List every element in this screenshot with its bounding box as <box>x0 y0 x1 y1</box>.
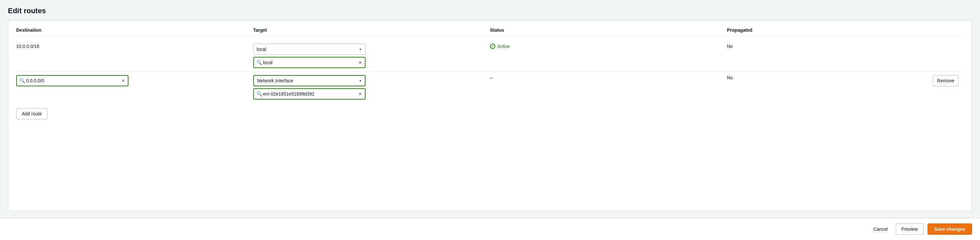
target-select-wrapper-1: local ▼ <box>253 44 366 55</box>
status-cell-1: ✓ Active <box>490 44 727 49</box>
status-active-1: ✓ Active <box>490 44 722 49</box>
header-status: Status <box>490 27 727 33</box>
remove-button[interactable]: Remove <box>933 75 959 86</box>
propagated-cell-1: No <box>727 44 964 49</box>
target-search-input-2[interactable] <box>254 89 365 99</box>
header-target: Target <box>253 27 490 33</box>
propagated-cell-2: No Remove <box>727 75 964 86</box>
main-panel: Destination Target Status Propagated 10.… <box>8 21 972 211</box>
propagated-value-1: No <box>727 44 959 49</box>
header-propagated: Propagated <box>727 27 964 33</box>
add-route-section: Add route <box>16 108 964 119</box>
status-label-1: Active <box>497 44 510 49</box>
table-row: 10.0.0.0/16 local ▼ 🔍 ✕ <box>16 40 964 72</box>
status-check-icon: ✓ <box>490 44 495 49</box>
target-search-clear-2[interactable]: ✕ <box>358 91 362 96</box>
target-search-wrapper-1: 🔍 ✕ <box>253 57 366 68</box>
propagated-value-2: No <box>727 75 733 80</box>
cancel-button[interactable]: Cancel <box>869 224 892 234</box>
target-search-input-1[interactable] <box>254 58 365 67</box>
target-search-wrapper-2: 🔍 ✕ <box>253 88 366 99</box>
target-cell-2: Network Interface local ▼ 🔍 ✕ <box>253 75 490 99</box>
add-route-button[interactable]: Add route <box>16 108 48 119</box>
destination-search-clear-2[interactable]: ✕ <box>121 78 125 83</box>
destination-cell-2: 🔍 ✕ <box>16 75 253 86</box>
destination-cell-1: 10.0.0.0/16 <box>16 44 253 49</box>
header-destination: Destination <box>16 27 253 33</box>
destination-search-input-2[interactable] <box>17 76 128 85</box>
status-dash-2: – <box>490 75 722 80</box>
save-changes-button[interactable]: Save changes <box>928 224 972 235</box>
footer: Cancel Preview Save changes <box>0 218 980 240</box>
preview-button[interactable]: Preview <box>896 224 924 235</box>
destination-search-wrapper-2: 🔍 ✕ <box>16 75 129 86</box>
destination-value-1: 10.0.0.0/16 <box>16 44 248 49</box>
target-search-clear-1[interactable]: ✕ <box>358 60 362 65</box>
page-title: Edit routes <box>8 6 972 15</box>
table-header: Destination Target Status Propagated <box>16 27 964 36</box>
target-select-wrapper-2: Network Interface local ▼ <box>253 75 366 86</box>
target-select-1[interactable]: local <box>253 44 366 55</box>
status-cell-2: – <box>490 75 727 80</box>
table-row: 🔍 ✕ Network Interface local ▼ <box>16 72 964 103</box>
target-cell-1: local ▼ 🔍 ✕ <box>253 44 490 68</box>
target-select-2[interactable]: Network Interface local <box>253 75 366 86</box>
table-rows: 10.0.0.0/16 local ▼ 🔍 ✕ <box>16 40 964 103</box>
